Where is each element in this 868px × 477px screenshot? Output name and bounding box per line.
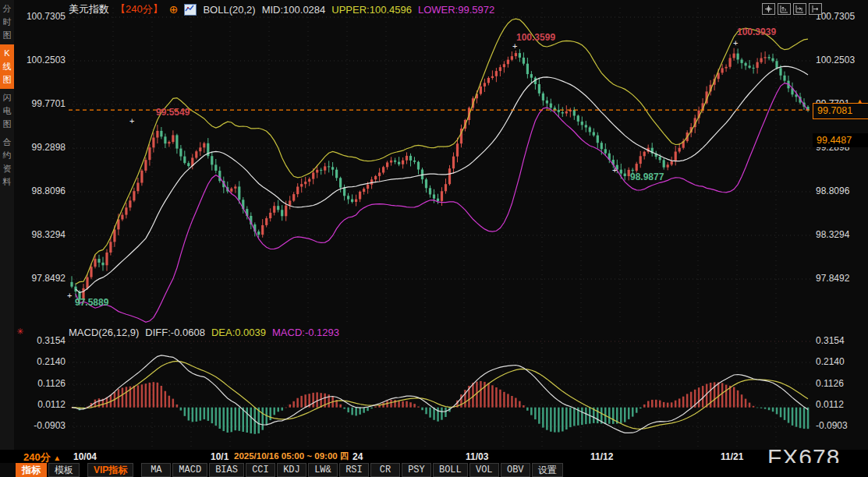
price-extreme-label: 100.3599	[516, 32, 555, 43]
price-extreme-label: 99.5549	[156, 107, 190, 118]
period-dropdown-icon: ▲	[53, 454, 61, 462]
boll-indicator-label: BOLL(20,2)	[203, 4, 255, 16]
indicator-button-MA[interactable]: MA	[141, 463, 171, 477]
symbol-name: 美元指数	[69, 2, 109, 16]
sidebar-tab-K线图[interactable]: K线图	[0, 44, 14, 89]
trading-app-window: 分时图K线图闪电图合约资料 美元指数 【240分】 ⊕ BOLL(20,2) M…	[0, 0, 868, 477]
macd-axis-label-left: -0.0903	[17, 420, 66, 431]
macd-axis-label-left: 0.1126	[17, 378, 66, 389]
chart-toolbar-icons	[762, 3, 822, 15]
extreme-marker-icon: +	[733, 38, 738, 48]
boll-lower-value: LOWER:99.5972	[418, 4, 494, 16]
indicator-button-LW&[interactable]: LW&	[308, 463, 338, 477]
price-axis-label-left: 97.8492	[17, 273, 66, 284]
indicator-button-模板[interactable]: 模板	[48, 463, 80, 477]
indicator-toolbar: 指标模板VIP指标MAMACDBIASCCIKDJLW&RSICRPSYBOLL…	[16, 463, 868, 477]
time-axis-label: 11/03	[466, 451, 488, 462]
zoom-out-chart-icon[interactable]	[793, 3, 806, 15]
crosshair-icon[interactable]	[762, 3, 775, 15]
macd-axis-label-left: 0.2140	[17, 356, 66, 367]
macd-axis-label-right: 0.1126	[816, 378, 844, 389]
candlestick-chart-canvas[interactable]	[0, 0, 868, 477]
price-axis-label-left: 99.7701	[17, 98, 66, 109]
price-axis-label-right: 97.8492	[816, 273, 849, 284]
price-axis-label-left: 98.3294	[17, 229, 66, 240]
current-price-tag: 99.7081	[813, 103, 868, 119]
price-axis-label-right: 98.3294	[816, 229, 849, 240]
macd-axis-label-left: 0.0112	[17, 399, 66, 410]
price-extreme-label: 97.5889	[75, 297, 108, 308]
boll-upper-value: UPPER:100.4596	[331, 4, 412, 16]
sidebar-tab-分时图[interactable]: 分时图	[0, 0, 14, 44]
indicator-button-MACD[interactable]: MACD	[172, 463, 207, 477]
macd-axis-label-right: 0.2140	[816, 356, 845, 367]
time-axis-label: 11/21	[721, 451, 743, 462]
price-axis-label-left: 99.2898	[17, 142, 66, 153]
price-extreme-label: 98.9877	[630, 171, 664, 182]
indicator-button-指标[interactable]: 指标	[16, 463, 47, 477]
time-axis-label: 10/1	[211, 451, 229, 462]
sidebar-tab-合约资料[interactable]: 合约资料	[0, 133, 14, 191]
price-extreme-label: 100.3939	[737, 26, 776, 37]
crosshair-time-tooltip: 2025/10/16 05:00 ~ 09:00 四	[231, 450, 352, 463]
price-up-arrow-icon: ▲	[856, 97, 863, 105]
macd-axis-label-right: -0.0903	[816, 420, 848, 431]
indicator-button-VOL[interactable]: VOL	[469, 463, 499, 477]
chart-type-sidebar: 分时图K线图闪电图合约资料	[0, 0, 14, 463]
indicator-button-CCI[interactable]: CCI	[246, 463, 275, 477]
price-axis-label-right: 98.8096	[816, 186, 849, 196]
indicator-button-VIP指标[interactable]: VIP指标	[87, 463, 133, 477]
indicator-button-BOLL[interactable]: BOLL	[433, 463, 468, 477]
macd-axis-label-right: 0.0112	[816, 399, 844, 410]
time-axis-label: 10/04	[73, 451, 97, 462]
extreme-marker-icon: +	[129, 116, 134, 125]
macd-bar-value: MACD:-0.1293	[272, 327, 339, 338]
indicator-button-BIAS[interactable]: BIAS	[209, 463, 244, 477]
kline-chart-icon[interactable]	[184, 4, 197, 16]
time-axis-label: 11/12	[590, 451, 613, 462]
zoom-in-chart-icon[interactable]	[778, 3, 791, 15]
compare-add-icon[interactable]: ⊕	[169, 3, 179, 16]
macd-dea-value: DEA:0.0039	[211, 327, 266, 338]
indicator-button-设置[interactable]: 设置	[532, 463, 563, 477]
macd-diff-value: DIFF:-0.0608	[145, 327, 205, 338]
price-axis-label-left: 100.7305	[17, 11, 66, 22]
macd-axis-label-right: 0.3154	[816, 335, 845, 346]
macd-axis-label-left: 0.3154	[17, 335, 66, 346]
macd-indicator-label: MACD(26,12,9)	[69, 327, 139, 338]
period-label: 【240分】	[115, 2, 163, 16]
macd-header: MACD(26,12,9) DIFF:-0.0608 DEA:0.0039 MA…	[69, 327, 339, 338]
indicator-button-CR[interactable]: CR	[370, 463, 400, 477]
time-axis-label: 24	[353, 451, 363, 462]
price-axis-label-left: 98.8096	[17, 186, 66, 196]
chart-header: 美元指数 【240分】 ⊕ BOLL(20,2) MID:100.0284 UP…	[69, 2, 494, 16]
indicator-button-OBV[interactable]: OBV	[501, 463, 530, 477]
extreme-marker-icon: +	[612, 165, 617, 175]
extreme-marker-icon: +	[512, 41, 517, 51]
alert-star-icon[interactable]: ✳	[16, 327, 23, 337]
sidebar-tab-闪电图[interactable]: 闪电图	[0, 89, 14, 133]
shift-right-icon[interactable]	[809, 3, 822, 15]
indicator-button-KDJ[interactable]: KDJ	[277, 463, 306, 477]
price-axis-label-right: 100.2503	[816, 55, 855, 65]
indicator-button-PSY[interactable]: PSY	[402, 463, 431, 477]
price-axis-label-left: 100.2503	[17, 55, 66, 65]
boll-mid-value: MID:100.0284	[262, 4, 326, 16]
time-axis-row: 240分 ▲ 10/0410/12411/0311/1211/21 2025/1…	[0, 450, 868, 463]
secondary-price-tag: 99.4487	[813, 133, 868, 147]
extreme-marker-icon: +	[67, 291, 72, 300]
indicator-button-RSI[interactable]: RSI	[339, 463, 369, 477]
